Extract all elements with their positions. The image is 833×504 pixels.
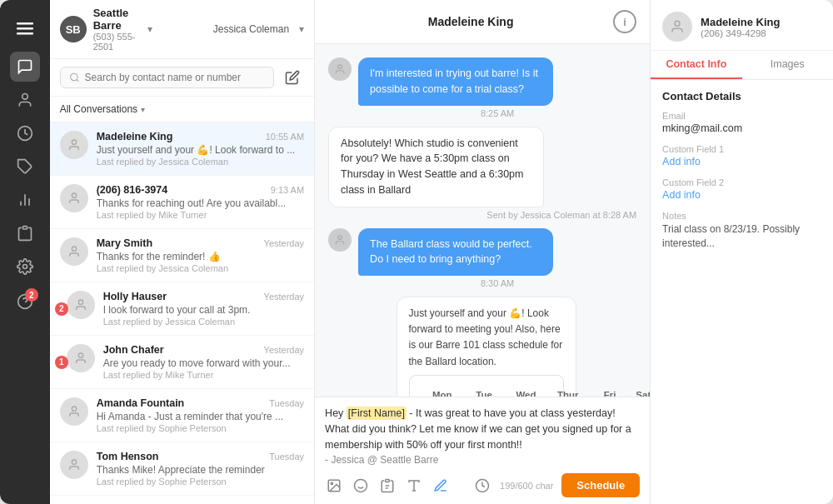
ci-contact-name: Madeleine King [701,16,780,28]
message-row: I'm interested in trying out barre! Is i… [328,57,636,118]
list-item[interactable]: 2 Holly Hauser Yesterday I look forward … [50,282,314,336]
ci-custom2-field: Custom Field 2 Add info [662,177,821,201]
schedule-col-header: Fri [589,384,631,397]
business-dropdown-icon[interactable]: ▾ [147,23,152,35]
clock-schedule-icon[interactable] [473,477,491,495]
clock-icon[interactable] [10,118,40,148]
contact-replied: Last replied by Jessica Coleman [97,263,304,273]
ci-custom1-add[interactable]: Add info [662,156,821,167]
avatar [67,291,95,319]
contact-replied: Last replied by Mike Turner [103,370,304,380]
schedule-col-header: Mon [421,384,463,397]
sidebar: 2 [0,0,50,504]
new-conversation-button[interactable] [281,66,304,89]
filter-bar[interactable]: All Conversations ▾ [50,97,314,122]
contact-preview: Thanks for the reminder! 👍 [97,251,304,262]
ci-custom2-add[interactable]: Add info [662,189,821,201]
svg-point-23 [338,235,342,239]
chat-header: Madeleine King i [315,0,650,44]
tag-icon[interactable] [10,152,40,182]
svg-point-20 [72,407,76,411]
settings-icon[interactable] [10,252,40,282]
template-icon[interactable] [378,477,397,495]
chat-icon[interactable] [10,52,40,82]
svg-point-26 [355,479,367,492]
bracket-icon[interactable] [405,477,423,495]
ci-custom2-label: Custom Field 2 [662,177,821,187]
ci-section-title: Contact Details [662,90,821,102]
info-button[interactable]: i [613,10,636,33]
help-badge: 2 [25,288,38,302]
schedule-col-header: Tue [463,384,505,397]
schedule-button[interactable]: Schedule [561,473,640,497]
business-avatar: SB [60,16,87,42]
contact-preview: Hi Amanda - Just a reminder that you're … [97,411,304,422]
user-name: Jessica Coleman [213,23,289,35]
compose-text[interactable]: Hey [First Name] - It was great to have … [325,406,640,468]
search-icon [69,72,80,83]
list-item[interactable]: Amanda Fountain Tuesday Hi Amanda - Just… [50,389,314,442]
help-icon[interactable]: 2 [10,287,40,317]
contact-name: John Chafer [103,344,164,356]
filter-chevron-icon: ▾ [141,105,145,114]
list-item[interactable]: (206) 816-3974 9:13 AM Thanks for reachi… [50,176,314,229]
image-icon[interactable] [325,477,343,495]
contact-preview: Thanks for reaching out! Are you availab… [97,197,304,209]
contact-time: Tuesday [269,398,304,408]
avatar [60,237,88,266]
schedule-col-header: Wed [505,384,546,397]
schedule-card: Mon Tue Wed Thur Fri Sat Sun [409,375,564,397]
tab-contact-info[interactable]: Contact Info [651,51,741,79]
contact-replied: Last replied by Jessica Coleman [97,157,304,167]
message-sent-by: Sent by Jessica Coleman at 8:28 AM [328,210,636,220]
tab-images[interactable]: Images [742,51,833,79]
ci-contact-phone: (206) 349-4298 [701,28,780,38]
chart-icon[interactable] [10,185,40,215]
svg-point-10 [22,265,27,269]
svg-point-19 [78,353,82,357]
list-item[interactable]: Madeleine King 10:55 AM Just yourself an… [50,122,314,176]
avatar [60,184,88,212]
svg-point-22 [338,65,342,69]
menu-icon[interactable] [12,15,38,42]
ci-email-label: Email [662,111,821,121]
avatar [328,57,352,81]
ci-notes-field: Notes Trial class on 8/23/19. Possibly i… [662,211,821,251]
search-wrapper [60,67,274,88]
pencil-icon[interactable] [431,477,450,495]
contact-time: 9:13 AM [271,185,304,195]
user-chevron[interactable]: ▾ [299,23,304,35]
svg-point-35 [675,21,680,26]
emoji-icon[interactable] [352,477,370,495]
contact-info-panel: Madeleine King (206) 349-4298 Contact In… [651,0,833,504]
svg-line-14 [77,79,78,81]
list-item[interactable]: 1 John Chafer Yesterday Are you ready to… [50,336,314,389]
contact-name: (206) 816-3974 [97,184,167,196]
contact-replied: Last replied by Jessica Coleman [103,317,304,327]
contacts-icon[interactable] [10,85,40,115]
ci-tabs: Contact Info Images [651,51,833,80]
contact-time: Yesterday [264,345,305,355]
list-item[interactable]: Mary Smith Yesterday Thanks for the remi… [50,229,314,282]
svg-point-17 [72,247,76,251]
svg-rect-0 [17,22,33,25]
contact-name: Mary Smith [97,237,152,249]
contact-name: Amanda Fountain [97,397,185,409]
ci-custom1-field: Custom Field 1 Add info [662,144,821,167]
list-item[interactable]: Tom Henson Tuesday Thanks Mike! Apprecia… [50,442,314,496]
unread-badge: 1 [55,356,68,369]
message-row: Absolutely! Which studio is convenient f… [328,127,636,220]
message-bubble: Absolutely! Which studio is convenient f… [328,127,544,207]
chat-panel: Madeleine King i I'm interested in tryin… [315,0,651,504]
business-header: SB Seattle Barre (503) 555-2501 ▾ Jessic… [50,0,314,59]
chat-messages: I'm interested in trying out barre! Is i… [315,44,650,397]
svg-point-15 [72,140,76,144]
clipboard-icon[interactable] [10,218,40,248]
svg-rect-29 [386,479,390,482]
ci-custom1-label: Custom Field 1 [662,144,821,154]
business-name: Seattle Barre [93,7,141,32]
search-input[interactable] [85,72,266,83]
contact-name: Madeleine King [97,131,173,142]
svg-rect-1 [17,27,33,30]
contact-time: Yesterday [264,238,305,248]
